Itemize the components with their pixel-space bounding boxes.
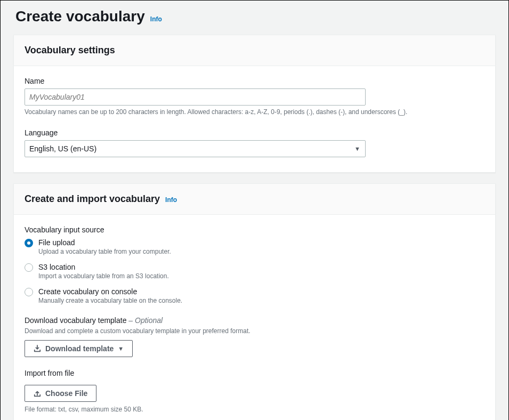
vocabulary-settings-panel: Vocabulary settings Name Vocabulary name… [13, 35, 496, 173]
radio-icon [25, 263, 33, 272]
panel-header: Vocabulary settings [14, 35, 495, 66]
file-format-helper: File format: txt, csv, maximum size 50 K… [25, 405, 484, 414]
input-source-group: Vocabulary input source File upload Uplo… [25, 225, 484, 304]
language-field-group: Language English, US (en-US) ▼ [25, 128, 484, 157]
language-select[interactable]: English, US (en-US) [25, 140, 366, 157]
download-template-button[interactable]: Download template ▼ [25, 340, 133, 357]
page-title: Create vocabulary [15, 8, 145, 25]
radio-icon [25, 239, 33, 247]
download-label-text: Download vocabulary template [25, 316, 126, 325]
radio-console[interactable]: Create vocabulary on console Manually cr… [25, 287, 484, 304]
radio-label: Create vocabulary on console [38, 287, 182, 296]
language-label: Language [25, 128, 484, 137]
name-helper: Vocabulary names can be up to 200 charac… [25, 108, 484, 117]
download-template-group: Download vocabulary template – Optional … [25, 316, 484, 357]
name-input[interactable] [25, 88, 366, 106]
radio-s3-location[interactable]: S3 location Import a vocabulary table fr… [25, 263, 484, 280]
page-header: Create vocabulary Info [1, 1, 508, 35]
info-link[interactable]: Info [165, 196, 177, 204]
import-file-group: Import from file Choose File File format… [25, 369, 484, 414]
info-link[interactable]: Info [150, 15, 162, 23]
radio-label: File upload [38, 238, 171, 247]
create-import-panel: Create and import vocabulary Info Vocabu… [13, 183, 496, 420]
radio-desc: Manually create a vocabulary table on th… [38, 297, 182, 304]
name-field-group: Name Vocabulary names can be up to 200 c… [25, 77, 484, 117]
name-label: Name [25, 77, 484, 85]
import-file-label: Import from file [25, 369, 484, 377]
upload-icon [34, 390, 41, 397]
download-label: Download vocabulary template – Optional [25, 316, 484, 325]
choose-file-label: Choose File [45, 389, 87, 398]
import-header: Create and import vocabulary [25, 193, 160, 205]
settings-header: Vocabulary settings [25, 45, 115, 56]
chevron-down-icon: ▼ [118, 345, 124, 352]
download-icon [34, 345, 41, 352]
radio-label: S3 location [38, 263, 169, 271]
choose-file-button[interactable]: Choose File [25, 385, 96, 402]
optional-tag: – Optional [126, 316, 163, 325]
radio-icon [25, 288, 33, 296]
radio-desc: Import a vocabulary table from an S3 loc… [38, 272, 169, 280]
download-desc: Download and complete a custom vocabular… [25, 327, 484, 336]
radio-file-upload[interactable]: File upload Upload a vocabulary table fr… [25, 238, 484, 255]
radio-desc: Upload a vocabulary table from your comp… [38, 248, 171, 255]
download-button-label: Download template [45, 344, 114, 353]
panel-header: Create and import vocabulary Info [14, 184, 495, 215]
source-label: Vocabulary input source [25, 225, 484, 234]
